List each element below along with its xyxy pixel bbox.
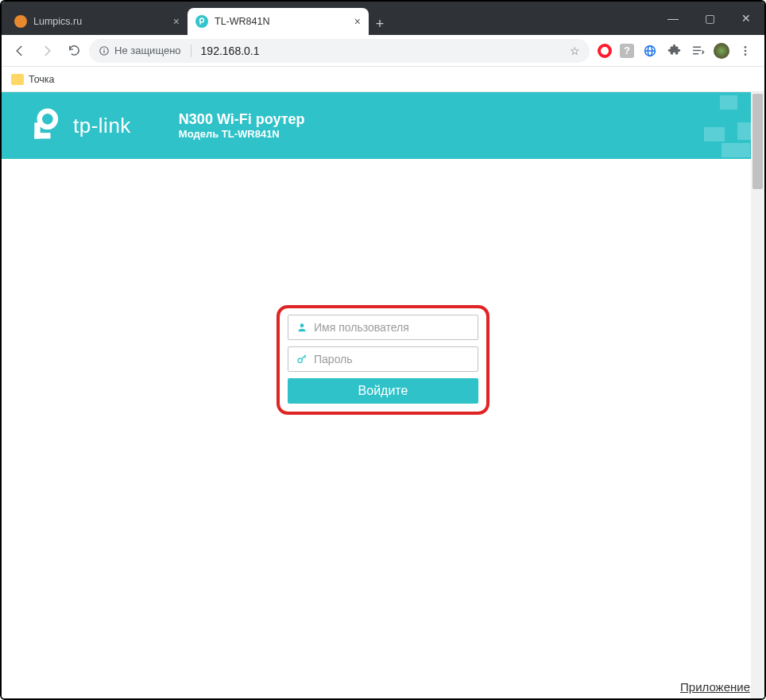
address-bar[interactable]: Не защищено 192.168.0.1 ☆	[89, 39, 590, 63]
username-input[interactable]	[309, 321, 471, 334]
extension-icons: ?	[593, 43, 758, 59]
favicon-lumpics	[14, 15, 27, 28]
tab-strip: Lumpics.ru × TL-WR841N × +	[2, 6, 655, 35]
security-indicator[interactable]: Не защищено	[99, 44, 181, 56]
window-controls: — ▢ ✕	[655, 2, 764, 35]
key-icon	[295, 354, 309, 365]
svg-point-10	[745, 53, 747, 56]
close-icon[interactable]: ×	[354, 15, 361, 28]
bookmark-star-icon[interactable]: ☆	[570, 44, 580, 57]
product-title: N300 Wi-Fi роутер	[179, 111, 305, 128]
close-window-button[interactable]: ✕	[728, 2, 764, 35]
banner-decoration	[669, 92, 764, 159]
profile-avatar[interactable]	[714, 43, 729, 59]
globe-icon[interactable]	[642, 43, 658, 59]
login-form-highlight: Войдите	[277, 305, 489, 415]
bookmark-item[interactable]: Точка	[29, 74, 55, 85]
brand-name: tp-link	[73, 114, 131, 138]
back-button[interactable]	[8, 39, 32, 63]
product-info: N300 Wi-Fi роутер Модель TL-WR841N	[179, 111, 305, 140]
svg-point-4	[103, 48, 104, 48]
tab-title: Lumpics.ru	[33, 16, 167, 27]
maximize-button[interactable]: ▢	[691, 2, 728, 35]
app-link[interactable]: Приложение	[680, 680, 750, 694]
svg-point-8	[745, 46, 747, 48]
info-icon	[99, 45, 110, 56]
header-banner: tp-link N300 Wi-Fi роутер Модель TL-WR84…	[2, 92, 764, 159]
user-icon	[295, 322, 309, 333]
help-icon[interactable]: ?	[620, 44, 634, 58]
svg-line-17	[304, 357, 306, 358]
forward-button[interactable]	[35, 39, 59, 63]
tab-tlwr841n[interactable]: TL-WR841N ×	[188, 8, 369, 35]
security-label: Не защищено	[114, 44, 181, 56]
product-model: Модель TL-WR841N	[179, 128, 305, 140]
folder-icon	[11, 74, 24, 85]
brand-logo: tp-link	[29, 108, 131, 143]
svg-rect-13	[34, 133, 50, 138]
svg-point-9	[745, 49, 747, 52]
tab-lumpics[interactable]: Lumpics.ru ×	[6, 8, 188, 35]
close-icon[interactable]: ×	[173, 15, 180, 28]
favicon-tplink	[195, 15, 208, 28]
scrollbar-thumb[interactable]	[752, 94, 763, 189]
reload-button[interactable]	[62, 39, 86, 63]
opera-icon[interactable]	[598, 44, 612, 58]
omnibox-divider	[191, 44, 192, 57]
page-content: tp-link N300 Wi-Fi роутер Модель TL-WR84…	[2, 92, 764, 698]
password-field-wrap	[288, 346, 478, 372]
vertical-scrollbar[interactable]	[751, 92, 764, 698]
tab-title: TL-WR841N	[215, 16, 348, 27]
new-tab-button[interactable]: +	[369, 13, 391, 35]
bookmarks-bar: Точка	[2, 67, 764, 92]
url-text: 192.168.0.1	[201, 44, 565, 57]
reading-list-icon[interactable]	[690, 43, 706, 59]
login-button[interactable]: Войдите	[288, 378, 478, 404]
password-input[interactable]	[309, 353, 471, 365]
username-field-wrap	[288, 315, 478, 340]
window-titlebar: Lumpics.ru × TL-WR841N × + — ▢ ✕	[2, 2, 764, 35]
svg-rect-1	[199, 21, 201, 25]
extensions-icon[interactable]	[666, 43, 682, 59]
svg-point-11	[40, 111, 56, 127]
tplink-logo-icon	[29, 108, 64, 143]
svg-point-14	[300, 323, 304, 327]
minimize-button[interactable]: —	[655, 2, 691, 35]
kebab-menu-icon[interactable]	[737, 43, 753, 59]
toolbar: Не защищено 192.168.0.1 ☆ ?	[2, 35, 764, 67]
